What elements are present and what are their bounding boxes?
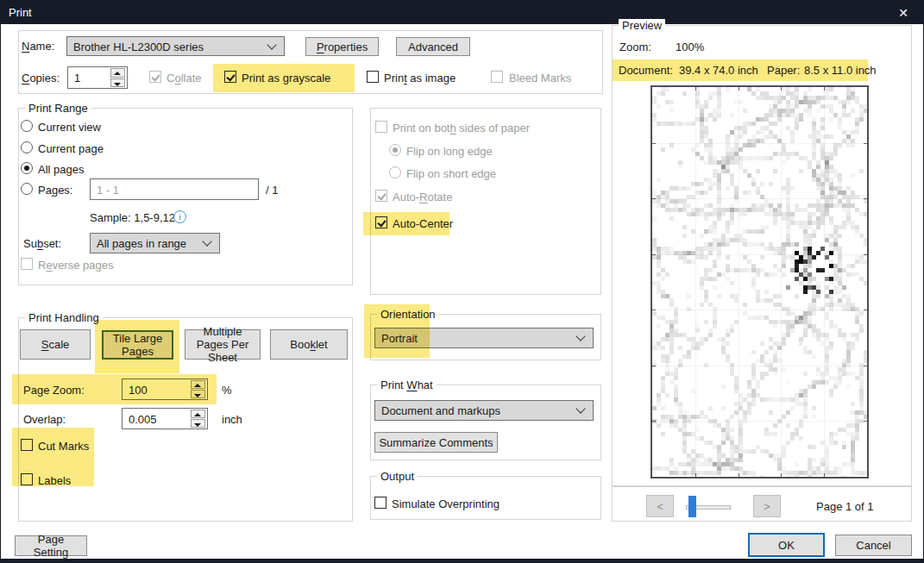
- both-sides-checkbox: [375, 121, 387, 133]
- current-view-label: Current view: [38, 121, 101, 134]
- page-setting-button[interactable]: Page Setting: [15, 535, 87, 556]
- preview-title: Preview: [619, 19, 665, 32]
- page-zoom-stepper[interactable]: 100: [122, 378, 208, 400]
- preview-page-frame: [651, 85, 869, 479]
- cut-marks-label: Cut Marks: [38, 440, 89, 453]
- properties-button[interactable]: Properties: [305, 37, 379, 56]
- chevron-down-icon: [575, 403, 585, 413]
- bleed-marks-checkbox: [491, 71, 503, 83]
- simulate-overprinting-label: Simulate Overprinting: [392, 497, 500, 510]
- print-what-select[interactable]: Document and markups: [374, 400, 594, 421]
- page-zoom-value: 100: [129, 383, 148, 396]
- copies-down-icon[interactable]: [110, 78, 125, 88]
- print-dialog: Print ✕ Name: Brother HL-L2300D series P…: [0, 0, 924, 563]
- subset-label: Subset:: [23, 237, 61, 250]
- overlap-down-icon[interactable]: [191, 419, 205, 428]
- print-as-image-label: Print as image: [384, 72, 456, 84]
- copies-label: Copies:: [22, 72, 60, 84]
- all-pages-radio[interactable]: [21, 162, 33, 174]
- overlap-value: 0.005: [129, 412, 157, 425]
- print-as-image-checkbox[interactable]: [367, 71, 379, 83]
- current-view-radio[interactable]: [21, 120, 33, 132]
- print-as-grayscale-label: Print as grayscale: [242, 72, 330, 84]
- pages-radio[interactable]: [21, 183, 33, 195]
- next-page-button: >: [753, 495, 781, 517]
- page-indicator: Page 1 of 1: [816, 500, 874, 513]
- printer-name-value: Brother HL-L2300D series: [73, 40, 204, 53]
- output-title: Output: [377, 470, 418, 483]
- pages-range-input: 1 - 1: [90, 178, 259, 200]
- tile-large-pages-button[interactable]: Tile Large Pages: [102, 330, 173, 360]
- document-size-label: Document:: [619, 64, 673, 77]
- preview-zoom-slider-thumb[interactable]: [688, 496, 696, 517]
- info-icon[interactable]: i: [173, 210, 186, 223]
- overlap-up-icon[interactable]: [191, 410, 205, 418]
- printer-name-select[interactable]: Brother HL-L2300D series: [66, 36, 285, 56]
- overlap-label: Overlap:: [23, 413, 66, 426]
- paper-size-value: 8.5 x 11.0 inch: [804, 64, 877, 77]
- chevron-down-icon: [202, 236, 211, 246]
- flip-long-edge-label: Flip on long edge: [406, 145, 493, 158]
- pages-label: Pages:: [38, 184, 72, 197]
- chevron-down-icon: [267, 40, 276, 49]
- reverse-pages-checkbox: [21, 258, 33, 270]
- current-page-radio[interactable]: [21, 141, 33, 153]
- paper-size-label: Paper:: [767, 64, 800, 77]
- pages-sample-label: Sample: 1,5-9,12: [90, 211, 175, 224]
- flip-long-edge-radio: [389, 144, 401, 156]
- subset-value: All pages in range: [97, 237, 186, 250]
- auto-center-checkbox[interactable]: [375, 216, 387, 228]
- pages-total-label: / 1: [266, 184, 278, 197]
- subset-select[interactable]: All pages in range: [90, 233, 220, 253]
- chevron-down-icon: [575, 331, 585, 341]
- dialog-title: Print: [9, 1, 32, 24]
- simulate-overprinting-checkbox[interactable]: [374, 497, 387, 509]
- page-zoom-up-icon[interactable]: [191, 380, 205, 389]
- page-zoom-unit: %: [222, 384, 232, 397]
- print-as-grayscale-checkbox[interactable]: [224, 71, 236, 83]
- overlap-unit: inch: [222, 413, 242, 426]
- scale-button[interactable]: Scale: [20, 329, 91, 360]
- collate-checkbox: [149, 71, 161, 83]
- print-handling-title: Print Handling: [25, 311, 103, 324]
- bleed-marks-label: Bleed Marks: [509, 72, 571, 84]
- preview-zoom-label: Zoom:: [619, 41, 651, 53]
- current-page-label: Current page: [38, 142, 104, 155]
- copies-value: 1: [74, 72, 80, 84]
- copies-up-icon[interactable]: [110, 68, 125, 78]
- labels-label: Labels: [38, 474, 71, 487]
- print-preview-thumbnail: [652, 87, 867, 477]
- auto-rotate-checkbox: [375, 190, 387, 202]
- reverse-pages-label: Reverse pages: [38, 259, 113, 272]
- overlap-stepper[interactable]: 0.005: [122, 408, 208, 429]
- orientation-select[interactable]: Portrait: [374, 328, 594, 348]
- booklet-button[interactable]: Booklet: [270, 329, 348, 360]
- advanced-button[interactable]: Advanced: [396, 37, 470, 56]
- pages-range-value: 1 - 1: [97, 183, 119, 196]
- flip-short-edge-label: Flip on short edge: [406, 167, 496, 180]
- print-range-title: Print Range: [25, 102, 91, 115]
- close-icon[interactable]: ✕: [883, 1, 923, 24]
- orientation-title: Orientation: [377, 308, 439, 321]
- print-what-title: Print What: [377, 378, 437, 391]
- ok-button[interactable]: OK: [748, 533, 825, 557]
- multiple-pages-button[interactable]: Multiple Pages Per Sheet: [185, 329, 261, 360]
- summarize-comments-button[interactable]: Summarize Comments: [374, 432, 498, 453]
- both-sides-label: Print on both sides of paper: [393, 122, 530, 134]
- printer-name-label: Name:: [22, 40, 54, 53]
- orientation-value: Portrait: [381, 332, 418, 345]
- page-zoom-label: Page Zoom:: [23, 384, 85, 397]
- print-what-value: Document and markups: [381, 404, 500, 417]
- labels-checkbox[interactable]: [21, 473, 33, 485]
- document-size-value: 39.4 x 74.0 inch: [679, 64, 758, 77]
- cancel-button[interactable]: Cancel: [835, 535, 912, 556]
- cut-marks-checkbox[interactable]: [21, 439, 33, 451]
- collate-label: Collate: [167, 72, 201, 84]
- flip-short-edge-radio: [389, 166, 401, 178]
- auto-center-label: Auto-Center: [393, 217, 453, 230]
- title-bar: Print ✕: [1, 1, 923, 24]
- page-zoom-down-icon[interactable]: [191, 390, 205, 398]
- all-pages-label: All pages: [38, 163, 84, 176]
- copies-stepper[interactable]: 1: [67, 66, 128, 89]
- preview-zoom-value: 100%: [676, 41, 704, 53]
